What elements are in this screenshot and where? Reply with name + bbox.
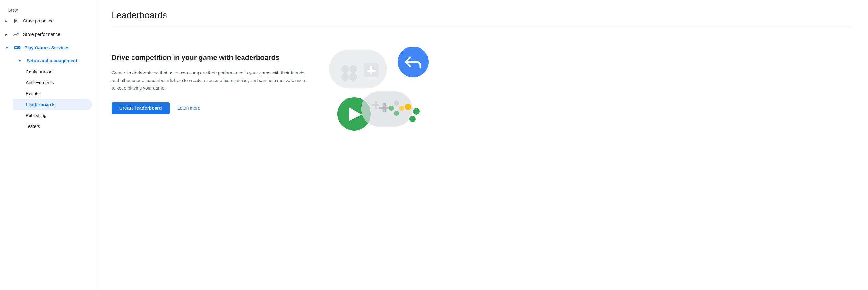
text-content: Drive competition in your game with lead… xyxy=(112,40,310,114)
learn-more-link[interactable]: Learn more xyxy=(177,105,200,111)
svg-point-2 xyxy=(341,65,349,73)
svg-rect-14 xyxy=(372,104,379,106)
sidebar-item-label-store-performance: Store performance xyxy=(23,32,60,37)
sidebar-sub-item-configuration[interactable]: Configuration xyxy=(13,66,92,77)
main-content: Leaderboards Drive competition in your g… xyxy=(96,0,868,290)
content-area: Drive competition in your game with lead… xyxy=(112,40,852,149)
sidebar-sub-item-label-testers: Testers xyxy=(26,124,40,129)
sidebar-sub-item-label-publishing: Publishing xyxy=(26,113,46,118)
sidebar-sub-item-label-achievements: Achievements xyxy=(26,80,54,85)
feature-description: Create leaderboards so that users can co… xyxy=(112,69,310,92)
sidebar-sub-item-achievements[interactable]: Achievements xyxy=(13,77,92,88)
sidebar-item-setup-management[interactable]: ▼ Setup and management xyxy=(13,55,92,66)
grow-section-label: Grow xyxy=(0,5,96,14)
svg-point-16 xyxy=(399,105,404,111)
chevron-down-icon-play-games: ▼ xyxy=(5,45,9,50)
expand-icon-store-performance: ▶ xyxy=(5,33,8,36)
sidebar-sub-item-label-events: Events xyxy=(26,91,39,96)
svg-rect-8 xyxy=(367,70,376,71)
svg-point-18 xyxy=(389,105,394,111)
svg-point-23 xyxy=(409,116,416,122)
actions-row: Create leaderboard Learn more xyxy=(112,102,310,114)
title-divider xyxy=(112,27,852,27)
sidebar-item-store-presence[interactable]: ▶ Store presence xyxy=(0,14,92,27)
sidebar-sub-item-label-configuration: Configuration xyxy=(26,69,52,74)
page-title: Leaderboards xyxy=(112,10,852,21)
svg-point-15 xyxy=(394,100,399,105)
sidebar-sub-item-label-leaderboards: Leaderboards xyxy=(26,102,56,107)
sidebar: Grow ▶ Store presence ▶ Store performanc… xyxy=(0,0,96,290)
sidebar-item-label-store-presence: Store presence xyxy=(23,18,54,24)
create-leaderboard-button[interactable]: Create leaderboard xyxy=(112,102,170,114)
feature-title: Drive competition in your game with lead… xyxy=(112,53,310,63)
svg-point-5 xyxy=(349,73,357,81)
svg-marker-0 xyxy=(14,19,18,23)
svg-point-4 xyxy=(341,73,349,81)
svg-point-21 xyxy=(405,104,411,110)
play-icon xyxy=(13,18,19,24)
sidebar-sub-item-events[interactable]: Events xyxy=(13,88,92,99)
chevron-down-icon-setup: ▼ xyxy=(18,59,22,63)
sidebar-sub-item-testers[interactable]: Testers xyxy=(13,121,92,132)
svg-point-3 xyxy=(349,65,357,73)
svg-point-17 xyxy=(394,111,399,116)
trending-up-icon xyxy=(13,31,19,37)
sidebar-sub-section-label: Setup and management xyxy=(27,58,77,63)
expand-icon-store-presence: ▶ xyxy=(5,19,8,23)
leaderboards-illustration xyxy=(326,40,429,149)
svg-point-22 xyxy=(413,108,420,115)
svg-rect-20 xyxy=(379,106,389,109)
sidebar-item-label-play-games-services: Play Games Services xyxy=(24,45,70,51)
sidebar-item-store-performance[interactable]: ▶ Store performance xyxy=(0,28,92,41)
sidebar-sub-item-publishing[interactable]: Publishing xyxy=(13,110,92,121)
gamepad-icon xyxy=(14,44,21,51)
sidebar-item-play-games-services[interactable]: ▼ Play Games Services xyxy=(0,41,92,54)
sidebar-sub-item-leaderboards[interactable]: Leaderboards xyxy=(13,99,92,110)
